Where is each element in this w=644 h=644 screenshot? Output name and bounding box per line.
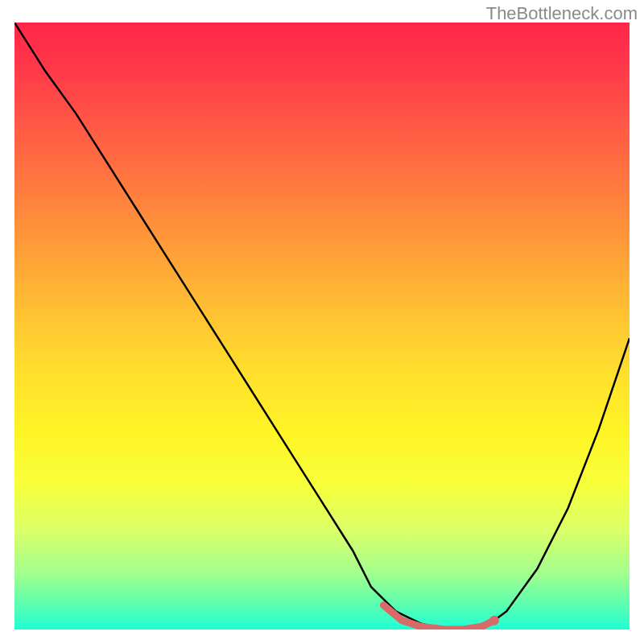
chart-svg [14,23,630,630]
plot-frame [14,23,630,630]
bottleneck-curve [14,23,630,630]
watermark-text: TheBottleneck.com [486,3,638,24]
valley-dot [489,616,499,625]
valley-highlight [383,605,494,630]
chart-container: TheBottleneck.com [0,0,644,644]
